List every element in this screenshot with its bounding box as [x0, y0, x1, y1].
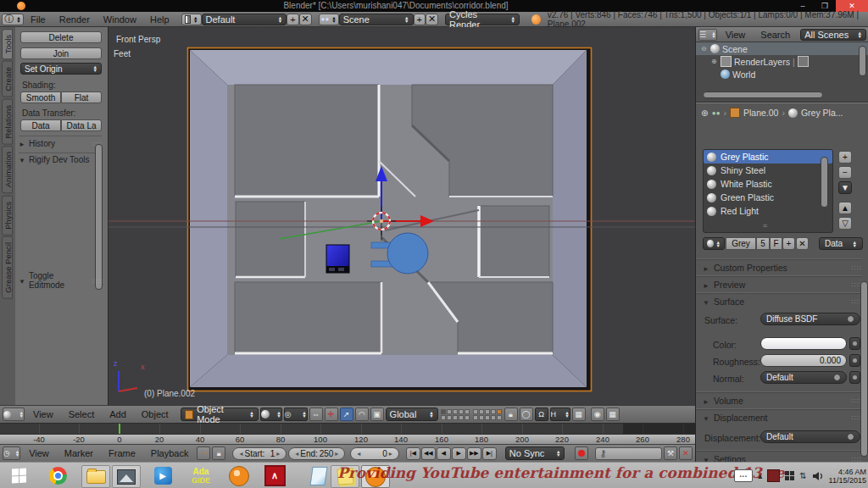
roughness-node-connect-button[interactable] [849, 354, 860, 367]
snap-element-selector[interactable]: H [550, 408, 570, 421]
material-slot-red-light[interactable]: Red Light [704, 204, 832, 218]
adobe-reader-icon[interactable]: ∧ [261, 465, 288, 486]
tab-create[interactable]: Create [2, 61, 13, 97]
snap-target-button[interactable]: ▦ [572, 408, 586, 421]
photo-app-icon[interactable] [112, 465, 141, 488]
timeline-menu-view[interactable]: View [22, 448, 56, 458]
move-slot-down-button[interactable]: ▽ [838, 217, 852, 230]
outliner-row-renderlayers[interactable]: ⊕ RenderLayers | [696, 55, 868, 68]
pivot-point-selector[interactable]: ◎ [284, 408, 308, 421]
panel-grip-icon[interactable]: :::: [92, 277, 103, 285]
material-slot-grey-plastic[interactable]: Grey Plastic [704, 150, 832, 164]
transform-orientation-selector[interactable]: Global [386, 408, 438, 421]
displacement-dropdown[interactable]: Default [760, 430, 860, 443]
outliner-menu-search[interactable]: Search [754, 30, 797, 40]
tray-clock[interactable]: 4:46 AM 11/15/2015 [829, 468, 866, 485]
timeline-menu-marker[interactable]: Marker [58, 448, 100, 458]
sync-mode-selector[interactable]: No Sync [505, 446, 565, 460]
tab-animation[interactable]: Animation [2, 146, 13, 193]
material-browse-button[interactable] [703, 237, 725, 250]
timeline-editor-type-button[interactable]: ◷ [3, 446, 20, 460]
rigify-panel-header[interactable]: Rigify Dev Tools [19, 155, 103, 164]
layers-grid-left[interactable] [441, 409, 470, 420]
menu-object[interactable]: Object [135, 409, 175, 419]
lock-time-button[interactable]: 🔒︎ [212, 446, 225, 460]
mode-selector[interactable]: Object Mode [181, 408, 259, 421]
surface-panel-header[interactable]: Surface:::: [696, 293, 862, 308]
scene-selector[interactable]: Scene [339, 14, 414, 25]
displacement-panel-header[interactable]: Displacement:::: [696, 409, 862, 424]
material-users-count-button[interactable]: 5 [756, 237, 770, 250]
menu-file[interactable]: File [24, 14, 53, 25]
material-link-selector[interactable]: Data [819, 237, 863, 250]
data-transfer-layout-button[interactable]: Data La [61, 119, 102, 131]
screen-layout-icon[interactable] [181, 14, 202, 25]
current-frame-indicator[interactable] [119, 424, 120, 434]
menu-view[interactable]: View [26, 409, 60, 419]
volume-icon[interactable] [812, 471, 824, 481]
delete-button[interactable]: Delete [20, 31, 102, 43]
editor-type-button[interactable] [3, 408, 25, 421]
roughness-slider[interactable]: 0.000 [760, 354, 847, 367]
nodes-icon[interactable]: ●● [712, 109, 721, 117]
lock-to-scene-button[interactable]: 🔒︎ [504, 408, 518, 421]
move-slot-up-button[interactable]: ▲ [838, 202, 852, 214]
normal-dropdown[interactable]: Default [760, 371, 847, 384]
surface-shader-dropdown[interactable]: Diffuse BSDF [760, 313, 860, 325]
tab-relations[interactable]: Relations [2, 99, 13, 145]
outliner-v-scrollbar[interactable] [859, 46, 866, 76]
menu-add[interactable]: Add [103, 409, 133, 419]
tray-app-icon[interactable] [767, 469, 780, 482]
new-material-button[interactable]: + [782, 237, 795, 250]
menu-help[interactable]: Help [143, 14, 176, 25]
play-reverse-button[interactable]: ◀ [437, 447, 451, 460]
delete-scene-button[interactable]: ✕ [426, 14, 438, 25]
list-resize-grip[interactable]: ＝ [761, 220, 769, 231]
menu-window[interactable]: Window [97, 14, 143, 25]
viewport-3d[interactable]: Front Persp Feet z x (0) Plane.002 [108, 27, 695, 405]
custom-properties-panel-header[interactable]: Custom Properties:::: [696, 259, 862, 274]
tab-tools[interactable]: Tools [2, 29, 13, 59]
fake-user-button[interactable]: F [770, 237, 782, 250]
material-name-field[interactable]: Grey [726, 237, 756, 250]
menu-render[interactable]: Render [53, 14, 97, 25]
translate-manipulator-button[interactable]: ↗ [340, 408, 353, 421]
material-specials-menu[interactable]: ▼ [838, 181, 852, 194]
properties-scrollbar[interactable] [860, 281, 868, 457]
adagide-icon[interactable]: Ada GIDE [185, 465, 217, 486]
panel-grip-icon[interactable]: :::: [851, 263, 862, 271]
material-list-scrollbar[interactable] [821, 157, 828, 208]
keying-set-field[interactable]: ⚷ [595, 447, 662, 460]
add-material-slot-button[interactable]: + [838, 151, 852, 164]
outliner-filter-selector[interactable]: All Scenes [800, 29, 866, 41]
touch-keyboard-icon[interactable]: ▪▪▪ [734, 469, 753, 482]
insert-keyframe-button[interactable]: ⚒ [664, 446, 677, 460]
tool-shelf-scrollbar[interactable] [95, 144, 103, 290]
cube-object[interactable] [326, 245, 349, 273]
delete-keyframe-button[interactable]: ✕ [679, 446, 693, 460]
current-frame-field[interactable]: ◂ 0▸ [350, 447, 398, 460]
scene-icon[interactable]: ●● [319, 14, 339, 25]
pin-icon[interactable]: ⊕ [701, 108, 709, 118]
data-transfer-data-button[interactable]: Data [20, 119, 61, 131]
start-button[interactable] [5, 465, 32, 486]
preview-range-button[interactable]: ◔ [197, 446, 210, 460]
breadcrumb-object[interactable]: Plane.00 [743, 108, 778, 118]
sticky-notes-icon[interactable] [331, 465, 359, 488]
history-panel-header[interactable]: History:::: [19, 139, 103, 148]
tab-grease-pencil[interactable]: Grease Pencil [2, 236, 13, 299]
show-hidden-icons-icon[interactable]: ▴ [758, 471, 762, 480]
timeline-menu-playback[interactable]: Playback [144, 448, 196, 458]
material-slot-white-plastic[interactable]: White Plastic [704, 177, 832, 191]
outliner-row-scene[interactable]: ⊖ Scene [696, 42, 868, 55]
frame-end-field[interactable]: ◂End: 250▸ [288, 447, 345, 460]
toggle-editmode-panel-header[interactable]: Toggle Editmode:::: [19, 271, 103, 290]
proportional-edit-button[interactable]: ◯ [520, 408, 533, 421]
unlink-material-button[interactable]: ✕ [796, 237, 809, 250]
delete-layout-button[interactable]: ✕ [299, 14, 312, 25]
tab-physics[interactable]: Physics [2, 196, 13, 236]
remove-material-slot-button[interactable]: − [838, 166, 852, 179]
layers-grid-right[interactable] [473, 409, 502, 420]
volume-panel-header[interactable]: Volume:::: [696, 392, 862, 408]
file-explorer-icon[interactable] [81, 465, 110, 488]
